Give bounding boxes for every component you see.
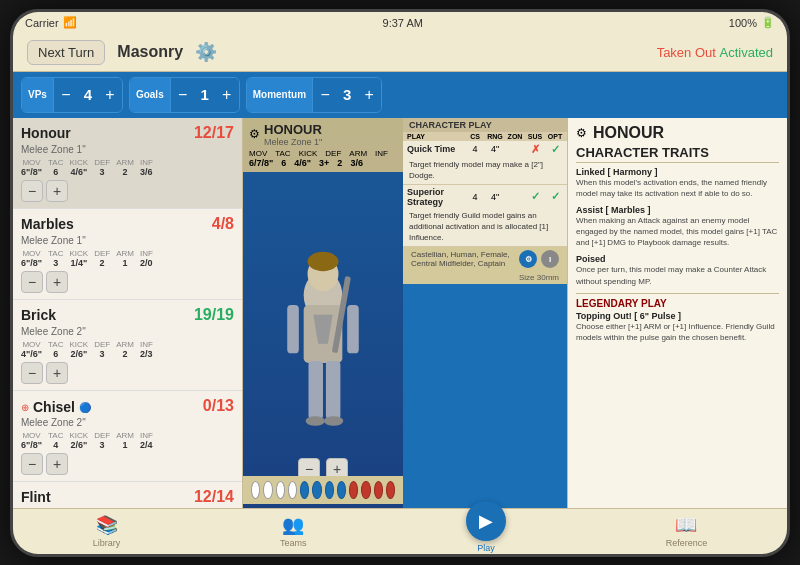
tab-bar: 📚 Library 👥 Teams ▶ Play 📖 Reference [13,508,787,554]
model-chisel[interactable]: ⊕ Chisel 🔵 0/13 Melee Zone 2" MOV6"/8" T… [13,391,242,483]
masonry-icon: ⚙️ [195,41,217,63]
svg-rect-4 [287,305,299,353]
svg-point-9 [324,416,343,426]
chisel-decrement-button[interactable]: − [21,453,43,475]
time-display: 9:37 AM [383,17,423,29]
card-stats-inline: MOV TAC KICK DEF ARM INF [249,149,397,158]
trait-poised: Poised Once per turn, this model may mak… [576,254,779,286]
card-def-label: DEF [325,149,341,158]
chisel-controls: − + [21,453,234,475]
play-quick-time: Quick Time 4 4" ✗ ✓ Target friendly mode… [403,141,567,185]
card-mov-label: MOV [249,149,267,158]
legendary-play-text: Choose either [+1] ARM or [+1] Influence… [576,321,779,343]
footer-text: Castellian, Human, Female, Central Midfi… [411,250,519,268]
marbles-decrement-button[interactable]: − [21,271,43,293]
card-token-row [243,476,403,504]
card-stat-vals: 6/7/8" 6 4/6" 3+ 2 3/6 [249,158,397,168]
brick-controls: − + [21,362,234,384]
ss-rng: 4" [487,192,503,202]
tab-library[interactable]: 📚 Library [81,510,133,552]
vps-value: 4 [78,86,98,103]
trait-assist-text: When making an Attack against an enemy m… [576,215,779,249]
ss-sus: ✓ [527,190,543,203]
token-red-3 [374,481,383,499]
tab-teams[interactable]: 👥 Teams [268,510,319,552]
model-honour[interactable]: Honour 12/17 Melee Zone 1" MOV6"/8" TAC6… [13,118,242,209]
card-panel: ⚙ Honour Melee Zone 1" MOV TAC KICK DEF … [243,118,787,508]
chisel-zone: Melee Zone 2" [21,417,234,428]
next-turn-button[interactable]: Next Turn [27,40,105,65]
qt-cs: 4 [467,144,483,154]
vps-decrement-button[interactable]: − [54,78,78,112]
badge-info-icon: I [541,250,559,268]
honour-traits-header: ⚙ Honour [576,124,779,142]
device-frame: Carrier 📶 9:37 AM 100% 🔋 Next Turn Mason… [10,9,790,557]
brick-hp: 19/19 [194,306,234,324]
col-cs: CS [467,133,483,140]
card-inf-val: 3/6 [350,158,363,168]
token-red-1 [349,481,358,499]
chisel-warning-icon: ⊕ [21,402,29,413]
vps-increment-button[interactable]: + [98,78,122,112]
momentum-decrement-button[interactable]: − [313,78,337,112]
marbles-increment-button[interactable]: + [46,271,68,293]
brick-zone: Melee Zone 2" [21,326,234,337]
sup-strat-name: Superior Strategy [407,187,463,207]
play-icon: ▶ [479,510,493,532]
vps-counter: VPs − 4 + [21,77,123,113]
card-tac-val: 6 [281,158,286,168]
char-info-footer: Castellian, Human, Female, Central Midfi… [403,247,567,271]
card-arm-val: 2 [337,158,342,168]
teams-label: Teams [280,538,307,548]
library-icon: 📚 [96,514,118,536]
momentum-increment-button[interactable]: + [357,78,381,112]
character-play-title: Character Play [403,118,567,132]
tab-play[interactable]: ▶ Play [454,505,518,557]
quick-time-desc: Target friendly model may make a [2"] Do… [403,158,567,184]
tab-reference[interactable]: 📖 Reference [654,510,720,552]
svg-rect-5 [347,305,359,353]
token-blue-1 [300,481,309,499]
trait-linked-text: When this model's activation ends, the n… [576,177,779,199]
status-bar: Carrier 📶 9:37 AM 100% 🔋 [13,12,787,34]
honour-card-name: Honour [264,122,322,137]
honour-increment-button[interactable]: + [46,180,68,202]
honour-controls: − + [21,180,234,202]
card-mov-val: 6/7/8" [249,158,273,168]
svg-point-7 [308,251,339,270]
momentum-label: Momentum [247,78,313,112]
legendary-play-name: Topping Out! [ 6" Pulse ] [576,311,779,321]
model-marbles[interactable]: Marbles 4/8 Melee Zone 1" MOV6"/8" TAC3 … [13,209,242,300]
activated-label: Activated [720,45,773,60]
battery-icon: 🔋 [761,16,775,29]
brick-decrement-button[interactable]: − [21,362,43,384]
main-content: Honour 12/17 Melee Zone 1" MOV6"/8" TAC6… [13,118,787,508]
reference-icon: 📖 [675,514,697,536]
sup-strat-desc: Target friendly Guild model gains an add… [403,209,567,247]
card-def-val: 3+ [319,158,329,168]
goals-decrement-button[interactable]: − [171,78,195,112]
flint-name: Flint [21,489,51,505]
brick-increment-button[interactable]: + [46,362,68,384]
library-label: Library [93,538,121,548]
honour-stats: MOV6"/8" TAC6 KICK4/6" DEF3 ARM2 INF3/6 [21,158,234,177]
honour-decrement-button[interactable]: − [21,180,43,202]
model-brick[interactable]: Brick 19/19 Melee Zone 2" MOV4"/6" TAC6 … [13,300,242,391]
model-flint[interactable]: Flint 12/14 Melee Zone 1" MOV5"/8" TAC4 … [13,482,242,508]
svg-point-8 [306,416,325,426]
trait-assist: Assist [ Marbles ] When making an Attack… [576,205,779,249]
honour-traits-name: Honour [593,124,664,142]
col-play: PLAY [407,133,463,140]
marbles-name: Marbles [21,216,74,232]
play-superior-strategy: Superior Strategy 4 4" ✓ ✓ Target friend… [403,185,567,248]
model-list: Honour 12/17 Melee Zone 1" MOV6"/8" TAC6… [13,118,243,508]
goals-label: Goals [130,78,171,112]
trait-poised-text: Once per turn, this model may make a Cou… [576,264,779,286]
goals-increment-button[interactable]: + [215,78,239,112]
size-label: Size 30mm [403,271,567,284]
play-label: Play [477,543,495,553]
token-empty-2 [263,481,272,499]
chisel-increment-button[interactable]: + [46,453,68,475]
quick-time-name: Quick Time [407,144,463,154]
marbles-stats: MOV6"/8" TAC3 KICK1/4" DEF2 ARM1 INF2/0 [21,249,234,268]
